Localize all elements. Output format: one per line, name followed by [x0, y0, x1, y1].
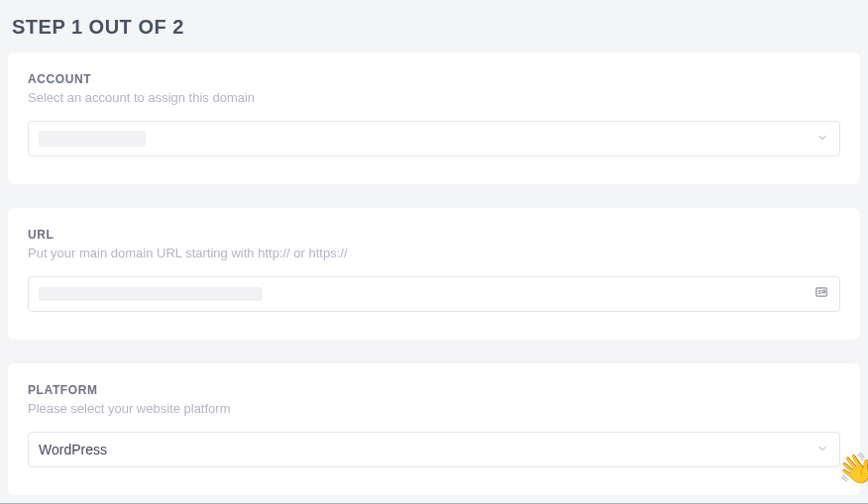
- chat-widget-icon[interactable]: 👋: [834, 449, 868, 489]
- url-card: URL Put your main domain URL starting wi…: [8, 208, 860, 340]
- url-value-redacted: [39, 287, 263, 301]
- account-desc: Select an account to assign this domain: [28, 90, 840, 105]
- platform-card: PLATFORM Please select your website plat…: [8, 363, 860, 495]
- account-label: ACCOUNT: [28, 72, 840, 86]
- account-select[interactable]: [28, 121, 840, 156]
- url-label: URL: [28, 228, 840, 242]
- platform-desc: Please select your website platform: [28, 401, 840, 416]
- account-card: ACCOUNT Select an account to assign this…: [8, 52, 860, 184]
- account-value-redacted: [39, 131, 146, 147]
- url-desc: Put your main domain URL starting with h…: [28, 246, 840, 260]
- platform-label: PLATFORM: [28, 383, 840, 397]
- step-title: STEP 1 OUT OF 2: [12, 16, 860, 39]
- platform-value: WordPress: [39, 442, 107, 457]
- url-input[interactable]: [28, 276, 840, 312]
- platform-select[interactable]: WordPress: [28, 432, 840, 467]
